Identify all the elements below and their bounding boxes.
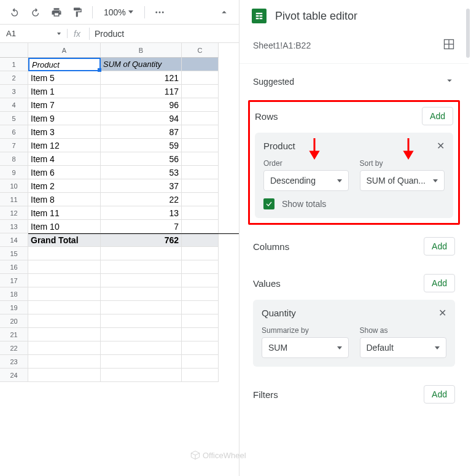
cell[interactable]: 56: [101, 152, 182, 166]
cell[interactable]: SUM of Quantity: [101, 58, 182, 71]
cell[interactable]: 117: [101, 85, 182, 98]
cell[interactable]: [182, 193, 219, 206]
column-header[interactable]: A: [28, 43, 101, 58]
cell[interactable]: [182, 369, 219, 382]
add-values-button[interactable]: Add: [424, 274, 455, 292]
overflow-menu-button[interactable]: [151, 4, 168, 21]
remove-values-button[interactable]: ✕: [438, 307, 446, 319]
cell[interactable]: [182, 71, 219, 85]
cell[interactable]: 7: [101, 220, 182, 233]
cell[interactable]: [28, 301, 101, 314]
formula-input[interactable]: Product: [92, 29, 127, 39]
row-header[interactable]: 17: [0, 274, 28, 287]
row-header[interactable]: 12: [0, 206, 28, 220]
cell[interactable]: [28, 328, 101, 341]
cell[interactable]: [182, 234, 219, 247]
cell[interactable]: [101, 247, 182, 260]
row-header[interactable]: 14: [0, 233, 28, 247]
cell[interactable]: [28, 369, 101, 382]
cell[interactable]: [182, 85, 219, 98]
cell[interactable]: [101, 369, 182, 382]
sortby-select[interactable]: SUM of Quan...: [360, 170, 445, 191]
cell[interactable]: 53: [101, 166, 182, 179]
cell[interactable]: [101, 260, 182, 274]
cell[interactable]: [101, 301, 182, 314]
summarize-select[interactable]: SUM: [262, 337, 349, 358]
cell[interactable]: [28, 341, 101, 355]
cell[interactable]: [101, 287, 182, 301]
row-header[interactable]: 9: [0, 166, 28, 179]
cell[interactable]: Item 10: [28, 220, 101, 233]
cell[interactable]: [182, 220, 219, 233]
add-rows-button[interactable]: Add: [422, 107, 453, 125]
add-filters-button[interactable]: Add: [424, 385, 455, 404]
row-header[interactable]: 6: [0, 125, 28, 139]
collapse-toolbar-button[interactable]: [216, 4, 233, 21]
paint-format-button[interactable]: [69, 4, 86, 21]
cell[interactable]: [182, 247, 219, 260]
cell[interactable]: [182, 274, 219, 287]
scrollbar[interactable]: [466, 9, 470, 58]
add-columns-button[interactable]: Add: [424, 237, 455, 256]
row-header[interactable]: 11: [0, 193, 28, 206]
cell[interactable]: [28, 355, 101, 369]
cell[interactable]: [182, 287, 219, 301]
row-header[interactable]: 24: [0, 369, 28, 382]
cell[interactable]: [101, 274, 182, 287]
row-header[interactable]: 1: [0, 58, 28, 71]
cell[interactable]: [28, 287, 101, 301]
row-header[interactable]: 13: [0, 220, 28, 233]
row-header[interactable]: 23: [0, 355, 28, 369]
cell[interactable]: Product: [28, 58, 101, 71]
cell[interactable]: Item 2: [28, 179, 101, 193]
cell[interactable]: Item 1: [28, 85, 101, 98]
cell[interactable]: [28, 247, 101, 260]
print-button[interactable]: [48, 4, 65, 21]
cell[interactable]: 22: [101, 193, 182, 206]
remove-rows-button[interactable]: ✕: [437, 140, 445, 152]
cell[interactable]: 87: [101, 125, 182, 139]
cell[interactable]: Item 11: [28, 206, 101, 220]
suggested-section[interactable]: Suggested: [253, 77, 294, 87]
chevron-down-icon[interactable]: [444, 75, 455, 88]
cell[interactable]: Item 3: [28, 125, 101, 139]
cell[interactable]: [28, 314, 101, 328]
cell[interactable]: Item 5: [28, 71, 101, 85]
cell[interactable]: [182, 98, 219, 112]
cell[interactable]: 13: [101, 206, 182, 220]
cell[interactable]: 94: [101, 112, 182, 125]
row-header[interactable]: 10: [0, 179, 28, 193]
cell[interactable]: Item 7: [28, 98, 101, 112]
cell[interactable]: Item 12: [28, 139, 101, 152]
row-header[interactable]: 16: [0, 260, 28, 274]
row-header[interactable]: 2: [0, 71, 28, 85]
cell[interactable]: [101, 355, 182, 369]
cell[interactable]: [182, 112, 219, 125]
cell[interactable]: 96: [101, 98, 182, 112]
column-header[interactable]: B: [101, 43, 182, 58]
cell[interactable]: Grand Total: [28, 234, 101, 247]
row-header[interactable]: 22: [0, 341, 28, 355]
cell[interactable]: [182, 328, 219, 341]
cell[interactable]: Item 8: [28, 193, 101, 206]
cell[interactable]: 59: [101, 139, 182, 152]
redo-button[interactable]: [27, 4, 44, 21]
cell[interactable]: [182, 314, 219, 328]
range-picker-button[interactable]: [443, 38, 455, 52]
cell[interactable]: [182, 301, 219, 314]
cell[interactable]: [182, 355, 219, 369]
show-totals-checkbox[interactable]: [263, 198, 274, 209]
row-header[interactable]: 20: [0, 314, 28, 328]
select-all-corner[interactable]: [0, 43, 28, 58]
zoom-select[interactable]: 100%: [99, 7, 138, 17]
cell[interactable]: [182, 206, 219, 220]
row-header[interactable]: 3: [0, 85, 28, 98]
cell[interactable]: [28, 260, 101, 274]
row-header[interactable]: 18: [0, 287, 28, 301]
row-header[interactable]: 4: [0, 98, 28, 112]
row-header[interactable]: 5: [0, 112, 28, 125]
cell[interactable]: [101, 328, 182, 341]
row-header[interactable]: 19: [0, 301, 28, 314]
cell[interactable]: Item 9: [28, 112, 101, 125]
cell[interactable]: [182, 139, 219, 152]
